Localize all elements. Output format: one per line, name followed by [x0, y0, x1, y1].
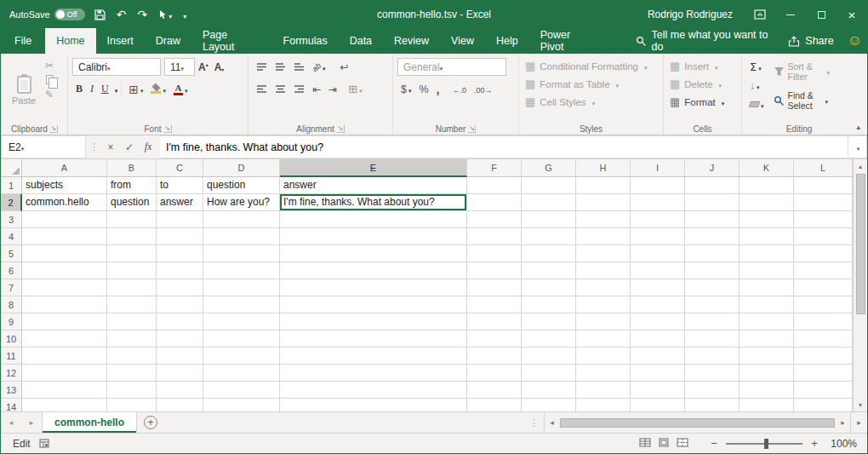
cell-A10[interactable] — [22, 330, 107, 348]
increase-indent-button[interactable] — [325, 80, 340, 98]
cell-F6[interactable] — [467, 262, 522, 279]
cell-F8[interactable] — [467, 296, 522, 313]
formula-bar-handle[interactable]: ⋮ — [86, 135, 102, 158]
row-header-4[interactable]: 4 — [1, 228, 22, 245]
tab-help[interactable]: Help — [485, 28, 529, 54]
column-header-B[interactable]: B — [107, 159, 157, 177]
find-select-button[interactable]: Find & Select — [771, 87, 833, 114]
cell-G8[interactable] — [522, 296, 576, 313]
cell-H12[interactable] — [576, 365, 631, 382]
cell-D10[interactable] — [203, 330, 280, 348]
cell-I2[interactable] — [631, 194, 685, 211]
cell-I6[interactable] — [631, 262, 685, 279]
cell-B10[interactable] — [107, 330, 157, 348]
cell-F1[interactable] — [467, 177, 522, 194]
fill-color-button[interactable] — [147, 80, 169, 98]
cell-D8[interactable] — [203, 296, 280, 313]
vertical-scroll-thumb[interactable] — [856, 174, 865, 314]
align-bottom-button[interactable] — [290, 58, 308, 76]
cell-C14[interactable] — [157, 399, 203, 411]
cell-E11[interactable] — [280, 348, 467, 365]
cell-H2[interactable] — [576, 194, 631, 211]
cell-G12[interactable] — [522, 365, 576, 382]
percent-style-button[interactable] — [415, 80, 431, 98]
cell-I1[interactable] — [631, 177, 685, 194]
cell-B5[interactable] — [107, 245, 157, 262]
cell-E12[interactable] — [280, 365, 467, 382]
scroll-right-icon[interactable]: ▸ — [836, 418, 850, 427]
cell-K14[interactable] — [740, 399, 794, 411]
column-header-D[interactable]: D — [203, 159, 280, 177]
user-name[interactable]: Rodrigo Rodriguez — [648, 9, 733, 20]
enter-button[interactable]: ✓ — [121, 138, 138, 157]
decrease-decimal-button[interactable] — [471, 80, 496, 98]
orientation-button[interactable] — [309, 58, 329, 76]
cell-B9[interactable] — [107, 313, 157, 330]
cell-E3[interactable] — [280, 211, 467, 228]
cell-G7[interactable] — [522, 279, 576, 296]
alignment-dialog-launcher-icon[interactable] — [337, 125, 345, 133]
cell-L8[interactable] — [794, 296, 853, 313]
format-cells-button[interactable]: Format — [668, 94, 737, 110]
cell-styles-button[interactable]: Cell Styles — [523, 94, 659, 110]
cell-G2[interactable] — [522, 194, 576, 211]
number-dialog-launcher-icon[interactable] — [468, 125, 476, 133]
cell-L2[interactable] — [794, 194, 853, 211]
column-header-J[interactable]: J — [685, 159, 740, 177]
cell-F10[interactable] — [467, 330, 522, 348]
row-header-3[interactable]: 3 — [1, 211, 22, 228]
cell-K2[interactable] — [740, 194, 794, 211]
format-as-table-button[interactable]: Format as Table — [523, 76, 659, 92]
row-header-8[interactable]: 8 — [1, 296, 22, 313]
cell-L3[interactable] — [794, 211, 853, 228]
cell-B3[interactable] — [107, 211, 157, 228]
name-box[interactable]: E2 — [1, 135, 86, 158]
cell-F3[interactable] — [467, 211, 522, 228]
row-header-9[interactable]: 9 — [1, 313, 22, 330]
number-format-combo[interactable]: General — [397, 58, 506, 76]
prev-sheet-icon[interactable]: ◂ — [1, 412, 21, 433]
paste-button[interactable]: Paste — [6, 58, 42, 121]
cell-K8[interactable] — [740, 296, 794, 313]
cell-I13[interactable] — [631, 382, 685, 399]
row-header-7[interactable]: 7 — [1, 279, 22, 296]
cell-I11[interactable] — [631, 348, 685, 365]
cell-I4[interactable] — [631, 228, 685, 245]
cell-F11[interactable] — [467, 348, 522, 365]
column-header-H[interactable]: H — [576, 159, 631, 177]
font-name-combo[interactable]: Calibri — [72, 58, 161, 76]
cell-C11[interactable] — [157, 348, 203, 365]
cell-J12[interactable] — [685, 365, 740, 382]
cell-L7[interactable] — [794, 279, 853, 296]
cell-G3[interactable] — [522, 211, 576, 228]
page-break-view-button[interactable] — [677, 438, 688, 450]
cell-A13[interactable] — [22, 382, 107, 399]
collapse-ribbon-icon[interactable] — [856, 123, 860, 131]
cell-H3[interactable] — [576, 211, 631, 228]
cell-L9[interactable] — [794, 313, 853, 330]
cell-J13[interactable] — [685, 382, 740, 399]
ribbon-display-options-button[interactable] — [745, 1, 775, 28]
tab-draw[interactable]: Draw — [145, 28, 191, 54]
cell-D5[interactable] — [203, 245, 280, 262]
cell-J14[interactable] — [685, 399, 740, 411]
cell-D9[interactable] — [203, 313, 280, 330]
cell-E7[interactable] — [280, 279, 467, 296]
cell-C13[interactable] — [157, 382, 203, 399]
cell-K10[interactable] — [740, 330, 794, 348]
cell-C3[interactable] — [157, 211, 203, 228]
cell-C1[interactable]: to — [157, 177, 203, 194]
cell-K6[interactable] — [740, 262, 794, 279]
italic-button[interactable]: I — [87, 80, 97, 98]
new-sheet-button[interactable]: + — [137, 412, 164, 433]
decrease-indent-button[interactable] — [309, 80, 324, 98]
cell-G10[interactable] — [522, 330, 576, 348]
row-header-12[interactable]: 12 — [1, 365, 22, 382]
cell-C12[interactable] — [157, 365, 203, 382]
row-header-14[interactable]: 14 — [1, 399, 22, 411]
cell-B11[interactable] — [107, 348, 157, 365]
cell-C10[interactable] — [157, 330, 203, 348]
cell-A11[interactable] — [22, 348, 107, 365]
cell-F13[interactable] — [467, 382, 522, 399]
zoom-in-icon[interactable]: + — [809, 437, 819, 450]
